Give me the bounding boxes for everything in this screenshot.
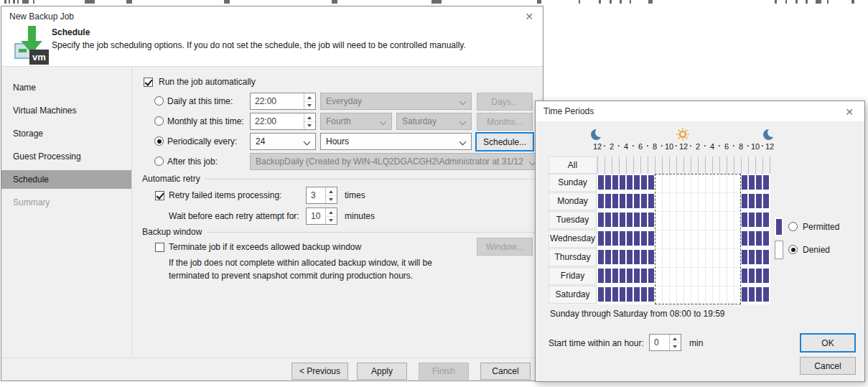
grid-cell-permitted[interactable] xyxy=(641,175,647,190)
grid-cell-permitted[interactable] xyxy=(763,287,769,302)
grid-cell-permitted[interactable] xyxy=(627,269,633,283)
grid-cell-permitted[interactable] xyxy=(620,194,625,208)
grid-cell-permitted[interactable] xyxy=(598,250,604,264)
grid-cell-permitted[interactable] xyxy=(648,269,654,283)
grid-cell-permitted[interactable] xyxy=(763,269,769,283)
grid-cell-permitted[interactable] xyxy=(756,194,762,208)
sidebar-item-name[interactable]: Name xyxy=(1,78,131,97)
day-button-friday[interactable]: Friday xyxy=(549,267,597,285)
grid-cell-permitted[interactable] xyxy=(763,250,769,264)
daily-time-spinner[interactable]: 22:00 xyxy=(250,93,316,110)
grid-cell-permitted[interactable] xyxy=(605,231,611,246)
day-button-saturday[interactable]: Saturday xyxy=(549,286,597,304)
grid-cell-permitted[interactable] xyxy=(598,269,604,283)
grid-cell-permitted[interactable] xyxy=(756,231,762,246)
grid-cell-permitted[interactable] xyxy=(612,194,618,208)
terminate-checkbox[interactable] xyxy=(155,243,164,252)
grid-cell-permitted[interactable] xyxy=(742,269,747,283)
periodically-value-dropdown[interactable]: 24 xyxy=(250,133,316,150)
sidebar-item-virtual-machines[interactable]: Virtual Machines xyxy=(1,101,131,120)
retry-times-spinner[interactable]: 3 xyxy=(306,187,337,204)
grid-cell-permitted[interactable] xyxy=(756,175,762,190)
grid-cell-permitted[interactable] xyxy=(749,287,755,302)
grid-cell-permitted[interactable] xyxy=(749,269,755,283)
grid-cell-permitted[interactable] xyxy=(627,231,633,246)
periodically-radio[interactable] xyxy=(154,136,164,146)
grid-cell-permitted[interactable] xyxy=(641,231,647,246)
grid-cell-permitted[interactable] xyxy=(634,194,640,208)
grid-cell-permitted[interactable] xyxy=(612,269,618,283)
grid-cell-permitted[interactable] xyxy=(749,231,755,246)
grid-cell-permitted[interactable] xyxy=(605,287,611,302)
permitted-radio[interactable] xyxy=(788,222,798,231)
grid-cell-permitted[interactable] xyxy=(612,175,618,190)
grid-cell-permitted[interactable] xyxy=(627,250,633,264)
grid-cell-permitted[interactable] xyxy=(612,231,618,246)
grid-cell-permitted[interactable] xyxy=(627,175,633,190)
grid-cell-permitted[interactable] xyxy=(612,213,618,227)
day-button-sunday[interactable]: Sunday xyxy=(549,174,597,192)
grid-cell-permitted[interactable] xyxy=(641,269,647,283)
grid-cell-permitted[interactable] xyxy=(627,194,633,208)
grid-cell-permitted[interactable] xyxy=(749,175,755,190)
grid-cell-permitted[interactable] xyxy=(634,213,640,227)
daily-radio[interactable] xyxy=(154,96,164,106)
wait-minutes-spinner[interactable]: 10 xyxy=(306,208,337,225)
run-automatically-checkbox[interactable] xyxy=(144,78,153,87)
retry-checkbox[interactable] xyxy=(155,191,164,200)
grid-cell-permitted[interactable] xyxy=(620,250,625,264)
after-job-radio[interactable] xyxy=(154,157,164,166)
spinner-arrows-icon[interactable] xyxy=(325,208,337,224)
grid-cell-permitted[interactable] xyxy=(605,213,611,227)
grid-cell-permitted[interactable] xyxy=(598,194,604,208)
grid-cell-permitted[interactable] xyxy=(634,250,640,264)
denied-radio[interactable] xyxy=(788,245,798,254)
grid-cell-permitted[interactable] xyxy=(641,194,647,208)
grid-cell-permitted[interactable] xyxy=(641,287,647,302)
monthly-radio[interactable] xyxy=(154,116,164,126)
grid-cell-permitted[interactable] xyxy=(634,231,640,246)
grid-cell-permitted[interactable] xyxy=(598,213,604,227)
spinner-arrows-icon[interactable] xyxy=(304,113,315,129)
grid-cell-permitted[interactable] xyxy=(648,213,654,227)
grid-cell-permitted[interactable] xyxy=(648,231,654,246)
grid-cell-permitted[interactable] xyxy=(620,269,625,283)
all-row-button[interactable]: All xyxy=(549,157,597,174)
grid-cell-permitted[interactable] xyxy=(763,213,769,227)
schedule-button[interactable]: Schedule... xyxy=(475,132,534,151)
grid-cell-permitted[interactable] xyxy=(763,175,769,190)
grid-cell-permitted[interactable] xyxy=(620,213,625,227)
grid-cell-permitted[interactable] xyxy=(620,175,625,190)
spinner-arrows-icon[interactable] xyxy=(304,93,315,109)
grid-cell-permitted[interactable] xyxy=(598,287,604,302)
close-icon[interactable]: ✕ xyxy=(523,10,536,23)
previous-button[interactable]: < Previous xyxy=(291,363,348,380)
grid-cell-permitted[interactable] xyxy=(612,287,618,302)
grid-cell-permitted[interactable] xyxy=(641,250,647,264)
grid-cell-permitted[interactable] xyxy=(756,287,762,302)
grid-cell-permitted[interactable] xyxy=(756,213,762,227)
grid-cell-permitted[interactable] xyxy=(756,250,762,264)
grid-cell-permitted[interactable] xyxy=(742,213,747,227)
grid-cell-permitted[interactable] xyxy=(749,213,755,227)
grid-cell-permitted[interactable] xyxy=(648,175,654,190)
grid-cell-permitted[interactable] xyxy=(749,250,755,264)
close-icon[interactable]: ✕ xyxy=(843,106,856,118)
grid-cell-permitted[interactable] xyxy=(627,213,633,227)
grid-cell-permitted[interactable] xyxy=(648,194,654,208)
day-button-monday[interactable]: Monday xyxy=(549,192,597,210)
grid-cell-permitted[interactable] xyxy=(627,287,633,302)
tp-cancel-button[interactable]: Cancel xyxy=(800,357,856,375)
grid-cell-permitted[interactable] xyxy=(605,250,611,264)
grid-cell-permitted[interactable] xyxy=(634,175,640,190)
grid-cell-permitted[interactable] xyxy=(598,175,604,190)
grid-cell-permitted[interactable] xyxy=(605,194,611,208)
cancel-button[interactable]: Cancel xyxy=(480,363,531,380)
day-button-thursday[interactable]: Thursday xyxy=(549,248,597,266)
schedule-grid[interactable] xyxy=(597,174,770,304)
spinner-arrows-icon[interactable] xyxy=(325,187,337,203)
monthly-time-spinner[interactable]: 22:00 xyxy=(250,113,316,130)
grid-cell-permitted[interactable] xyxy=(742,175,747,190)
grid-cell-permitted[interactable] xyxy=(763,194,769,208)
grid-cell-permitted[interactable] xyxy=(620,231,625,246)
